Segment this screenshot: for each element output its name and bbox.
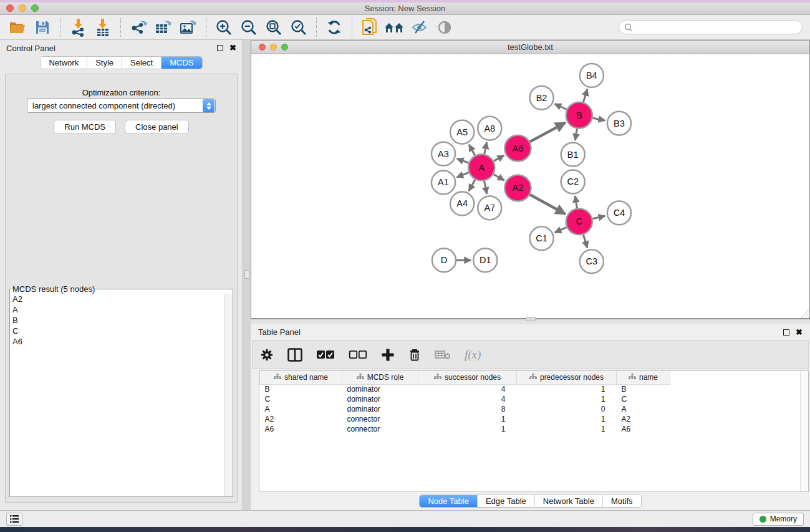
zoom-window-button[interactable] (31, 4, 39, 12)
import-table-from-file-icon[interactable] (92, 17, 113, 37)
table-row[interactable]: A2connector11A2 (260, 414, 680, 424)
table-cell[interactable]: 1 (418, 424, 517, 434)
graph-node-C[interactable]: C (566, 208, 592, 235)
delete-table-icon[interactable] (435, 349, 451, 360)
float-panel-icon[interactable] (217, 45, 223, 51)
result-scrollbar[interactable] (224, 294, 233, 496)
table-cell[interactable]: A2 (260, 414, 342, 424)
graph-edge-A-A5[interactable] (469, 145, 475, 155)
graph-edge-A-A7[interactable] (485, 181, 487, 194)
graph-node-B2[interactable]: B2 (529, 86, 553, 110)
result-item[interactable]: A (10, 304, 224, 315)
graph-node-C4[interactable]: C4 (607, 201, 631, 225)
result-item[interactable]: A6 (10, 336, 224, 347)
tab-edge-table[interactable]: Edge Table (478, 495, 535, 507)
network-zoom-button[interactable] (281, 44, 288, 51)
graph-edge-C-C1[interactable] (555, 227, 567, 233)
table-cell[interactable]: connector (342, 424, 418, 434)
horizontal-splitter[interactable] (251, 319, 810, 324)
tab-network-table[interactable]: Network Table (535, 495, 603, 507)
table-cell[interactable]: 1 (517, 414, 617, 424)
table-options-gear-icon[interactable] (260, 348, 274, 362)
new-network-from-selection-icon[interactable] (359, 17, 380, 37)
result-item[interactable]: C (10, 326, 224, 336)
graph-node-A8[interactable]: A8 (478, 117, 501, 140)
column-header-predecessor-nodes[interactable]: predecessor nodes (517, 371, 617, 384)
graph-node-D[interactable]: D (432, 248, 456, 272)
table-cell[interactable]: dominator (342, 394, 418, 404)
graph-edge-A-A4[interactable] (469, 180, 475, 191)
graph-node-A4[interactable]: A4 (450, 191, 474, 215)
graph-node-C2[interactable]: C2 (561, 170, 585, 194)
panel-splitter[interactable] (243, 40, 251, 510)
export-table-icon[interactable] (153, 17, 174, 37)
table-panel-close-icon[interactable]: ✖ (796, 329, 803, 336)
show-all-icon[interactable] (434, 17, 455, 37)
graph-edge-B-B4[interactable] (583, 89, 587, 102)
deselect-all-checkboxes-icon[interactable] (349, 350, 367, 360)
tab-style[interactable]: Style (87, 57, 122, 69)
table-cell[interactable]: A6 (260, 424, 342, 434)
column-sort-icon[interactable] (274, 373, 281, 382)
tab-network[interactable]: Network (41, 57, 87, 69)
task-history-button[interactable] (6, 513, 22, 526)
table-scrollbar[interactable] (800, 371, 808, 491)
show-columns-icon[interactable] (287, 348, 302, 362)
save-session-icon[interactable] (32, 17, 53, 37)
table-row[interactable]: Adominator80A (260, 404, 680, 414)
tab-motifs[interactable]: Motifs (603, 495, 641, 507)
column-header-name[interactable]: name (617, 371, 670, 384)
zoom-selected-icon[interactable] (288, 17, 309, 37)
table-cell[interactable]: dominator (342, 404, 418, 414)
delete-columns-icon[interactable] (408, 348, 421, 362)
result-item[interactable]: B (10, 315, 224, 326)
graph-edge-A-A1[interactable] (457, 173, 469, 177)
splitter-grip[interactable] (244, 270, 249, 279)
table-cell[interactable]: A6 (617, 424, 670, 434)
graph-node-C1[interactable]: C1 (529, 226, 553, 250)
graph-edge-A-A3[interactable] (457, 158, 469, 163)
tab-select[interactable]: Select (122, 57, 162, 69)
graph-node-A6[interactable]: A6 (504, 135, 531, 162)
graph-node-B1[interactable]: B1 (561, 143, 585, 167)
graph-edge-B-B1[interactable] (575, 128, 577, 140)
table-cell[interactable]: 4 (418, 394, 517, 404)
graph-edge-C-C4[interactable] (592, 216, 605, 218)
graph-node-A1[interactable]: A1 (432, 171, 455, 195)
table-cell[interactable]: 8 (418, 404, 517, 414)
graph-node-A5[interactable]: A5 (450, 120, 474, 144)
network-minimize-button[interactable] (270, 44, 277, 51)
graph-node-D1[interactable]: D1 (473, 248, 497, 272)
table-cell[interactable]: B (617, 384, 670, 394)
run-mcds-button[interactable]: Run MCDS (54, 120, 116, 134)
table-cell[interactable]: 1 (517, 424, 617, 434)
table-cell[interactable]: C (260, 394, 342, 404)
close-window-button[interactable] (6, 4, 14, 12)
table-cell[interactable]: 0 (517, 404, 617, 414)
table-cell[interactable]: 1 (418, 414, 517, 424)
graph-edge-B-B3[interactable] (592, 118, 605, 120)
table-row[interactable]: Cdominator41C (260, 394, 680, 404)
column-sort-icon[interactable] (629, 373, 636, 382)
graph-edge-A-A8[interactable] (485, 142, 487, 154)
memory-button[interactable]: Memory (753, 513, 804, 526)
network-window-titlebar[interactable]: testGlobe.txt (251, 41, 809, 54)
table-cell[interactable]: A (617, 404, 670, 414)
hide-selected-icon[interactable] (409, 17, 430, 37)
export-network-icon[interactable] (128, 17, 149, 37)
apply-function-icon[interactable]: f(x) (465, 348, 481, 362)
table-cell[interactable]: 1 (517, 384, 617, 394)
add-column-icon[interactable] (381, 348, 395, 362)
zoom-out-icon[interactable] (238, 17, 259, 37)
zoom-fit-icon[interactable] (263, 17, 284, 37)
graph-edge-B-B2[interactable] (554, 104, 566, 110)
graph-node-C3[interactable]: C3 (580, 249, 604, 273)
graph-node-B3[interactable]: B3 (607, 112, 631, 135)
graph-edge-A-A2[interactable] (493, 174, 504, 180)
window-titlebar[interactable]: Session: New Session (0, 2, 810, 15)
graph-edge-A6-B[interactable] (530, 123, 566, 142)
graph-node-B4[interactable]: B4 (580, 64, 604, 87)
graph-node-B[interactable]: B (566, 102, 592, 128)
table-cell[interactable]: connector (342, 414, 418, 424)
table-cell[interactable]: 4 (418, 384, 517, 394)
